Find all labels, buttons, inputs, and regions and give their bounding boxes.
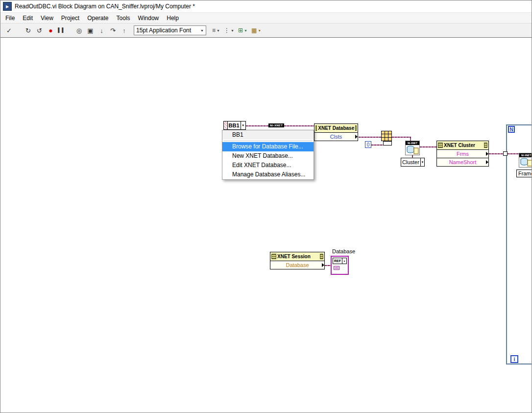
run-button[interactable]: ✓ — [3, 25, 15, 36]
property-row-nameshort-label: NameShort — [449, 159, 477, 165]
chevron-down-icon: ▼ — [217, 29, 220, 32]
menu-item-manage-database-aliases[interactable]: Manage Database Aliases... — [222, 170, 314, 179]
chevron-down-icon: ▼ — [244, 29, 247, 32]
resize-objects-icon: ⊞ — [238, 27, 243, 34]
toolbar: ✓ ↻ ↺ ● ▍▍ ◎ ▣ ↓ ↷ ↑ 15pt Application Fo… — [0, 24, 532, 38]
align-objects-button[interactable]: ≡ ▼ — [210, 25, 222, 36]
run-continuous-alt-icon: ↺ — [37, 27, 42, 34]
distribute-objects-icon: ⋮ — [224, 27, 230, 34]
xnet-session-node-title: XNET Session — [277, 254, 311, 259]
wire-index-out-h — [392, 137, 411, 138]
menu-item-browse-for-database-file[interactable]: Browse for Database File... — [222, 142, 314, 151]
ring-dropdown-arrow[interactable]: ▼ — [241, 121, 245, 129]
menu-help[interactable]: Help — [163, 14, 183, 23]
index-array-index-terminal — [383, 141, 392, 146]
run-continuous-icon: ↻ — [25, 27, 31, 34]
menu-tools[interactable]: Tools — [113, 14, 134, 23]
step-out-icon: ↑ — [122, 27, 126, 34]
io-glyph: I/O — [334, 266, 339, 270]
xnet-database-node-header: XNET Database — [314, 124, 358, 133]
property-node-corner-icon — [320, 254, 323, 259]
ring-glyph — [224, 121, 228, 129]
chevron-down-icon[interactable]: ▼ — [342, 258, 346, 264]
xnet-cluster-node-header: XNET Cluster — [437, 141, 488, 150]
output-arrow-icon — [486, 152, 488, 156]
ring-dropdown-arrow[interactable]: ▼ — [420, 158, 424, 166]
menu-operate[interactable]: Operate — [83, 14, 112, 23]
wire-zero-to-index — [371, 145, 384, 146]
chevron-down-icon: ▼ — [258, 29, 261, 32]
database-ring-context-menu: BB1 Browse for Database File... New XNET… — [222, 130, 314, 180]
zero-constant[interactable]: 0 — [365, 141, 371, 148]
output-arrow-icon — [322, 263, 324, 267]
highlight-execution-button[interactable]: ◎ — [73, 25, 85, 36]
menu-file[interactable]: File — [1, 14, 19, 23]
property-row-clsts[interactable]: Clsts — [314, 133, 358, 141]
property-row-nameshort[interactable]: NameShort — [437, 158, 488, 166]
cluster-ring-constant[interactable]: Cluster ▼ — [401, 158, 425, 167]
frame-label: Frame — [516, 170, 532, 177]
nixnet-banner: NI-XNET — [519, 153, 532, 157]
abort-icon: ● — [48, 27, 52, 34]
for-loop-iteration-terminal[interactable]: i — [510, 355, 518, 363]
retain-wire-values-button[interactable]: ▣ — [85, 25, 96, 36]
lightbulb-icon: ◎ — [76, 27, 82, 34]
refnum-box[interactable]: REF ▼ — [333, 258, 347, 264]
xnet-session-property-node[interactable]: XNET Session Database — [270, 252, 325, 269]
property-row-database-label: Database — [286, 262, 309, 268]
step-out-button[interactable]: ↑ — [119, 25, 130, 36]
xnet-database-open-icon[interactable]: NI-XNET — [405, 141, 420, 155]
step-over-button[interactable]: ↷ — [107, 25, 119, 36]
title-bar: ▶ ReadOutDBC.vi Block Diagram on CAN_Sni… — [0, 0, 532, 13]
output-arrow-icon — [486, 160, 488, 164]
step-into-button[interactable]: ↓ — [96, 25, 107, 36]
chevron-down-icon: ▼ — [200, 29, 204, 32]
reorder-objects-icon: ▦ — [251, 27, 257, 34]
labview-app-icon: ▶ — [3, 2, 12, 11]
pause-button[interactable]: ▍▍ — [56, 25, 68, 36]
menu-bar: File Edit View Project Operate Tools Win… — [0, 13, 532, 24]
xnet-cluster-property-node[interactable]: XNET Cluster Frms NameShort — [436, 141, 489, 167]
for-loop-count-terminal[interactable]: N — [508, 126, 515, 133]
property-row-clsts-label: Clsts — [330, 134, 342, 140]
run-continuous-button[interactable]: ↻ — [23, 25, 34, 36]
property-row-frms[interactable]: Frms — [437, 150, 488, 158]
block-diagram: BB1 ▼ NI-XNET XNET Database Clsts 0 NI-X… — [0, 38, 532, 413]
pause-icon: ▍▍ — [58, 28, 66, 33]
font-selector[interactable]: 15pt Application Font ▼ — [134, 25, 206, 35]
property-node-corner-icon — [484, 143, 487, 148]
property-node-icon — [438, 143, 443, 148]
abort-button[interactable]: ● — [45, 25, 56, 36]
font-selector-value: 15pt Application Font — [136, 27, 191, 34]
step-over-icon: ↷ — [110, 27, 116, 34]
bb1-database-ring[interactable]: BB1 ▼ — [223, 121, 246, 130]
retain-wire-values-icon: ▣ — [87, 27, 93, 34]
menu-item-new-xnet-database[interactable]: New XNET Database... — [222, 151, 314, 161]
nixnet-banner: NI-XNET — [406, 141, 419, 145]
loop-input-tunnel — [503, 151, 508, 156]
xnet-session-node-header: XNET Session — [270, 252, 324, 261]
menu-item-edit-xnet-database[interactable]: Edit XNET Database... — [222, 161, 314, 170]
property-row-database[interactable]: Database — [270, 261, 324, 269]
reorder-objects-button[interactable]: ▦ ▼ — [249, 25, 263, 36]
menu-view[interactable]: View — [37, 14, 57, 23]
database-cylinder-icon — [406, 146, 419, 155]
database-cylinder-icon — [520, 158, 532, 167]
index-array-function[interactable] — [381, 131, 392, 141]
distribute-objects-button[interactable]: ⋮ ▼ — [222, 25, 236, 36]
run-continuous-alt-button[interactable]: ↺ — [34, 25, 45, 36]
refnum-text: REF — [333, 259, 342, 263]
chevron-down-icon: ▼ — [231, 29, 234, 32]
menu-edit[interactable]: Edit — [19, 14, 37, 23]
menu-window[interactable]: Window — [134, 14, 163, 23]
nixnet-wire-label: NI-XNET — [268, 123, 284, 127]
property-row-frms-label: Frms — [457, 151, 469, 157]
menu-separator — [223, 141, 313, 141]
wire-frms-to-loop — [489, 153, 504, 154]
xnet-database-property-node[interactable]: XNET Database Clsts — [314, 123, 358, 141]
menu-item-bb1[interactable]: BB1 — [222, 130, 314, 140]
xnet-frame-icon[interactable]: NI-XNET — [519, 153, 532, 168]
resize-objects-button[interactable]: ⊞ ▼ — [236, 25, 249, 36]
database-refnum-indicator[interactable]: REF ▼ I/O — [331, 256, 349, 275]
menu-project[interactable]: Project — [57, 14, 83, 23]
